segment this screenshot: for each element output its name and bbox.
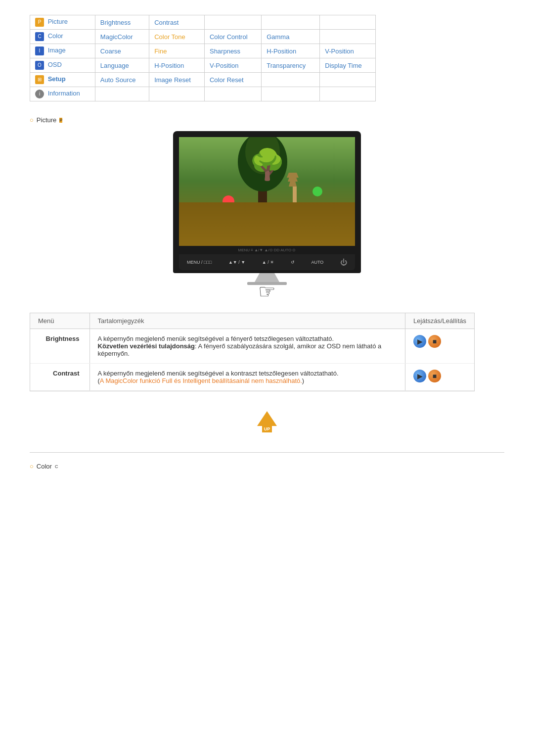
brightness-play-btn[interactable]: ▶ <box>413 335 426 348</box>
rotate-label: ↺ <box>291 260 295 265</box>
updown-label: ▲▼ / ▼ <box>228 260 245 265</box>
setup-nav-icon: ⊞ <box>35 75 44 84</box>
brightness-menu-label: Brightness <box>30 329 89 364</box>
monitor-screen <box>179 137 355 246</box>
nav-information-link[interactable]: Information <box>48 90 80 97</box>
nav-contrast-link[interactable]: Contrast <box>154 19 178 26</box>
contrast-orange-text: A MagicColor funkció Full és Intelligent… <box>100 377 302 384</box>
nav-coarse-link[interactable]: Coarse <box>100 47 121 55</box>
color-section-icon: C <box>55 464 58 469</box>
info-table-header-row: Menü Tartalomjegyzék Lejátszás/Leállítás <box>30 313 474 329</box>
brightness-label: ▲ / ☀ <box>262 260 274 265</box>
nav-setup-link[interactable]: Setup <box>48 75 66 83</box>
brightness-actions: ▶ ■ <box>405 329 474 364</box>
svg-point-12 <box>215 210 222 218</box>
info-table: Menü Tartalomjegyzék Lejátszás/Leállítás… <box>30 313 474 391</box>
svg-point-10 <box>222 195 234 207</box>
monitor-controls-bar: MENU ≡ ▲/▼ ▲/⊙ DD AUTO ⊙ <box>179 246 355 254</box>
svg-point-11 <box>312 187 322 196</box>
brightness-bold-text: Közvetlen vezérlési tulajdonság <box>98 342 195 350</box>
svg-marker-9 <box>287 173 299 178</box>
nav-vposition-image-link[interactable]: V-Position <box>325 47 354 55</box>
nav-sharpness-link[interactable]: Sharpness <box>210 47 240 55</box>
contrast-desc: A képernyőn megjelenő menük segítségével… <box>89 364 405 391</box>
header-menu: Menü <box>30 313 89 329</box>
monitor-screen-inner <box>179 137 355 246</box>
info-nav-icon: i <box>35 90 44 98</box>
nav-vposition-osd-link[interactable]: V-Position <box>210 62 239 69</box>
up-arrow-wrapper: UP <box>30 401 504 442</box>
color-section-header: ○ Color C <box>30 463 504 470</box>
svg-rect-6 <box>293 187 297 216</box>
brightness-row: Brightness A képernyőn megjelenő menük s… <box>30 329 474 364</box>
contrast-menu-label: Contrast <box>30 364 89 391</box>
nav-colortone-link[interactable]: Color Tone <box>154 33 185 41</box>
brightness-stop-btn[interactable]: ■ <box>428 335 441 348</box>
nav-row-information: i Information <box>30 87 376 101</box>
svg-text:UP: UP <box>264 426 270 431</box>
image-nav-icon: I <box>35 47 44 55</box>
menu-label: MENU / □□□ <box>187 260 212 265</box>
picture-label: Picture <box>37 116 56 124</box>
nav-magiccolor-link[interactable]: MagicColor <box>100 33 133 41</box>
hand-pointer: ☞ <box>258 280 276 303</box>
up-arrow[interactable]: UP <box>255 409 279 435</box>
nav-row-osd: O OSD Language H-Position V-Position Tra… <box>30 58 376 73</box>
nav-colorreset-link[interactable]: Color Reset <box>210 76 244 84</box>
nav-osd-link[interactable]: OSD <box>48 61 62 68</box>
monitor-bezel-bottom: MENU / □□□ ▲▼ / ▼ ▲ / ☀ ↺ AUTO ⏻ <box>179 254 355 270</box>
nav-fine-link[interactable]: Fine <box>154 47 167 55</box>
nav-colorcontrol-link[interactable]: Color Control <box>210 33 248 41</box>
picture-bullet: ○ <box>30 116 34 124</box>
nav-row-color: C Color MagicColor Color Tone Color Cont… <box>30 30 376 44</box>
nav-autosource-link[interactable]: Auto Source <box>100 76 136 84</box>
header-playback: Lejátszás/Leállítás <box>405 313 474 329</box>
nav-transparency-link[interactable]: Transparency <box>267 62 306 69</box>
contrast-row: Contrast A képernyőn megjelenő menük seg… <box>30 364 474 391</box>
brightness-desc: A képernyőn megjelenő menük segítségével… <box>89 329 405 364</box>
svg-point-13 <box>293 204 302 213</box>
header-content: Tartalomjegyzék <box>89 313 405 329</box>
nav-table: P Picture Brightness Contrast C Color Ma… <box>30 15 376 101</box>
nav-row-setup: ⊞ Setup Auto Source Image Reset Color Re… <box>30 73 376 87</box>
nav-row-picture: P Picture Brightness Contrast <box>30 15 376 30</box>
nav-hposition-osd-link[interactable]: H-Position <box>154 62 184 69</box>
controls-bar-text: MENU ≡ ▲/▼ ▲/⊙ DD AUTO ⊙ <box>238 248 296 252</box>
garden-image <box>179 137 355 246</box>
contrast-actions: ▶ ■ <box>405 364 474 391</box>
contrast-buttons: ▶ ■ <box>413 370 466 382</box>
nav-color-link[interactable]: Color <box>48 32 63 40</box>
svg-rect-2 <box>179 211 355 246</box>
monitor-container: MENU ≡ ▲/▼ ▲/⊙ DD AUTO ⊙ MENU / □□□ ▲▼ /… <box>30 131 504 303</box>
nav-imagereset-link[interactable]: Image Reset <box>154 76 191 84</box>
nav-language-link[interactable]: Language <box>100 62 129 69</box>
color-nav-icon: C <box>35 32 44 41</box>
color-label: Color <box>37 463 52 470</box>
brightness-buttons: ▶ ■ <box>413 335 466 348</box>
nav-gamma-link[interactable]: Gamma <box>267 33 289 41</box>
power-button[interactable]: ⏻ <box>340 258 347 266</box>
auto-label: AUTO <box>311 260 323 265</box>
contrast-stop-btn[interactable]: ■ <box>428 370 441 382</box>
up-arrow-svg: UP <box>255 409 279 433</box>
picture-section-icon: P <box>59 118 62 123</box>
svg-point-5 <box>245 137 280 174</box>
nav-hposition-image-link[interactable]: H-Position <box>267 47 296 55</box>
section-divider <box>30 452 504 453</box>
nav-row-image: I Image Coarse Fine Sharpness H-Position… <box>30 44 376 58</box>
contrast-play-btn[interactable]: ▶ <box>413 370 426 382</box>
nav-picture-link[interactable]: Picture <box>48 18 68 25</box>
monitor-frame: MENU ≡ ▲/▼ ▲/⊙ DD AUTO ⊙ MENU / □□□ ▲▼ /… <box>173 131 361 273</box>
osd-nav-icon: O <box>35 61 44 70</box>
svg-rect-3 <box>258 157 267 246</box>
nav-brightness-link[interactable]: Brightness <box>100 19 131 26</box>
nav-image-link[interactable]: Image <box>48 47 66 54</box>
color-bullet: ○ <box>30 463 34 470</box>
picture-section-header: ○ Picture P <box>30 116 504 124</box>
monitor-stand <box>255 273 279 282</box>
picture-nav-icon: P <box>35 18 44 27</box>
nav-displaytime-link[interactable]: Display Time <box>325 62 361 69</box>
info-table-wrapper: Menü Tartalomjegyzék Lejátszás/Leállítás… <box>30 313 475 391</box>
